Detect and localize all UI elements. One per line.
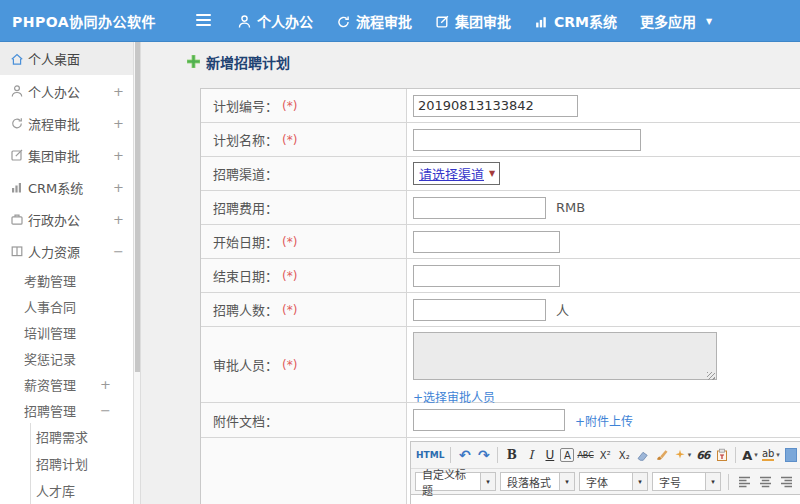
headcount-input[interactable]: [413, 299, 546, 321]
channel-select[interactable]: 请选择渠道 ▼: [413, 162, 500, 185]
strikethrough-button[interactable]: ABC: [576, 445, 594, 465]
expand-minus-icon[interactable]: −: [113, 244, 124, 259]
app-logo: PHPOA协同办公软件: [12, 0, 156, 42]
expand-plus-icon[interactable]: +: [100, 377, 111, 392]
sidebar-item-label: 人事合同: [24, 297, 76, 316]
align-center-icon[interactable]: [757, 472, 774, 492]
field-label: 开始日期：: [213, 232, 278, 251]
nav-crm-system[interactable]: CRM系统: [534, 11, 617, 31]
sidebar-item-label: 人才库: [36, 481, 75, 500]
sidebar: 个人桌面 个人办公 + 流程审批 + 集团审批 +: [0, 42, 133, 504]
font-size-dropdown[interactable]: 字号 ▾: [652, 472, 721, 491]
sidebar-item-recruit-mgmt[interactable]: 招聘管理 −: [0, 397, 133, 423]
hamburger-menu-icon[interactable]: [196, 14, 211, 28]
sidebar-item-workflow-approval[interactable]: 流程审批 +: [0, 107, 133, 139]
approvers-textarea[interactable]: [413, 332, 717, 380]
sidebar-item-attendance[interactable]: 考勤管理: [0, 267, 133, 293]
sidebar-item-rewards[interactable]: 奖惩记录: [0, 345, 133, 371]
flow-icon: [10, 116, 26, 130]
sidebar-item-label: 人力资源: [28, 242, 80, 261]
sidebar-item-personal-office[interactable]: 个人办公 +: [0, 75, 133, 107]
form-row-start-date: 开始日期： (*): [201, 225, 800, 259]
required-mark: (*): [282, 235, 297, 249]
attachment-upload-link[interactable]: +附件上传: [575, 412, 633, 429]
remove-format-button[interactable]: A: [560, 448, 574, 462]
subscript-button[interactable]: X₂: [616, 445, 633, 465]
form-row-plan-no: 计划编号： (*): [201, 89, 800, 123]
highlight-color-button[interactable]: ab ▾: [761, 445, 781, 465]
form-row-editor: HTML ↶ ↷ B I U A ABC X² X₂: [201, 438, 800, 504]
sidebar-item-recruit-plan[interactable]: 招聘计划: [31, 450, 133, 477]
sidebar-item-talent-pool[interactable]: 人才库: [31, 477, 133, 504]
plan-no-input[interactable]: [413, 95, 578, 117]
sidebar-item-label: 考勤管理: [24, 271, 76, 290]
underline-button[interactable]: U: [541, 445, 558, 465]
fee-input[interactable]: [413, 197, 546, 219]
expand-plus-icon[interactable]: +: [113, 84, 124, 99]
nav-group-approval[interactable]: 集团审批: [435, 11, 511, 31]
eraser-icon[interactable]: [635, 445, 652, 465]
html-source-button[interactable]: HTML: [415, 445, 445, 465]
italic-button[interactable]: I: [522, 445, 539, 465]
fee-unit: RMB: [556, 200, 585, 215]
top-header: PHPOA协同办公软件 个人办公 流程审批 集团审批: [0, 0, 800, 42]
sidebar-item-group-approval[interactable]: 集团审批 +: [0, 139, 133, 171]
edit-square-icon: [435, 14, 450, 29]
paragraph-format-dropdown[interactable]: 段落格式 ▾: [500, 472, 575, 491]
expand-plus-icon[interactable]: +: [113, 148, 124, 163]
recruit-plan-form: 计划编号： (*) 计划名称： (*) 招聘渠道：: [200, 88, 800, 504]
sidebar-item-human-resources[interactable]: 人力资源 −: [0, 235, 133, 267]
field-label: 审批人员：: [213, 355, 278, 374]
caret-small-icon: ▾: [754, 451, 758, 459]
attachment-input[interactable]: [413, 409, 565, 431]
paste-icon[interactable]: [713, 445, 730, 465]
brush-icon[interactable]: [654, 445, 671, 465]
sidebar-item-admin-office[interactable]: 行政办公 +: [0, 203, 133, 235]
sidebar-item-crm-system[interactable]: CRM系统 +: [0, 171, 133, 203]
bar-chart-icon: [10, 180, 26, 194]
nav-label: 更多应用: [640, 11, 696, 31]
sidebar-item-label: 流程审批: [28, 114, 80, 133]
blockquote-button[interactable]: 66: [694, 445, 711, 465]
nav-label: 集团审批: [455, 11, 511, 31]
end-date-input[interactable]: [413, 265, 560, 287]
scrollbar-thumb[interactable]: [135, 42, 140, 372]
bold-button[interactable]: B: [503, 445, 520, 465]
caret-small-icon: ▾: [705, 473, 720, 490]
sidebar-item-label: 薪资管理: [24, 375, 76, 394]
select-value: 请选择渠道: [419, 164, 484, 183]
sidebar-item-training[interactable]: 培训管理: [0, 319, 133, 345]
plan-name-input[interactable]: [413, 129, 641, 151]
undo-icon[interactable]: ↶: [456, 445, 473, 465]
top-navigation: 个人办公 流程审批 集团审批 CRM系统 更多应用: [237, 0, 712, 42]
sidebar-item-label: 集团审批: [28, 146, 80, 165]
sidebar-item-salary[interactable]: 薪资管理 +: [0, 371, 133, 397]
font-family-dropdown[interactable]: 字体 ▾: [579, 472, 648, 491]
sidebar-item-hr-contract[interactable]: 人事合同: [0, 293, 133, 319]
start-date-input[interactable]: [413, 231, 560, 253]
nav-personal-office[interactable]: 个人办公: [237, 11, 313, 31]
nav-more-apps[interactable]: 更多应用 ▼: [640, 11, 712, 31]
redo-icon[interactable]: ↷: [475, 445, 492, 465]
form-row-plan-name: 计划名称： (*): [201, 123, 800, 157]
expand-minus-icon[interactable]: −: [100, 403, 111, 418]
align-right-icon[interactable]: [778, 472, 795, 492]
caret-down-icon: ▼: [706, 17, 712, 26]
sidebar-item-recruit-demand[interactable]: 招聘需求: [31, 423, 133, 450]
briefcase-icon: [10, 212, 26, 226]
nav-workflow-approval[interactable]: 流程审批: [336, 11, 412, 31]
align-left-icon[interactable]: [736, 472, 753, 492]
custom-heading-dropdown[interactable]: 自定义标题 ▾: [415, 472, 496, 491]
sidebar-item-label: 个人桌面: [28, 49, 80, 68]
expand-plus-icon[interactable]: +: [113, 116, 124, 131]
caret-small-icon: ▾: [632, 473, 647, 490]
cropped-toolbar-icon[interactable]: [785, 448, 797, 462]
sidebar-item-label: 行政办公: [28, 210, 80, 229]
bar-chart-icon: [534, 14, 549, 29]
superscript-button[interactable]: X²: [597, 445, 614, 465]
expand-plus-icon[interactable]: +: [113, 212, 124, 227]
sidebar-item-personal-desktop[interactable]: 个人桌面: [0, 42, 133, 75]
font-color-button[interactable]: A ▾: [741, 445, 759, 465]
format-painter-icon[interactable]: ▾: [673, 445, 693, 465]
expand-plus-icon[interactable]: +: [113, 180, 124, 195]
